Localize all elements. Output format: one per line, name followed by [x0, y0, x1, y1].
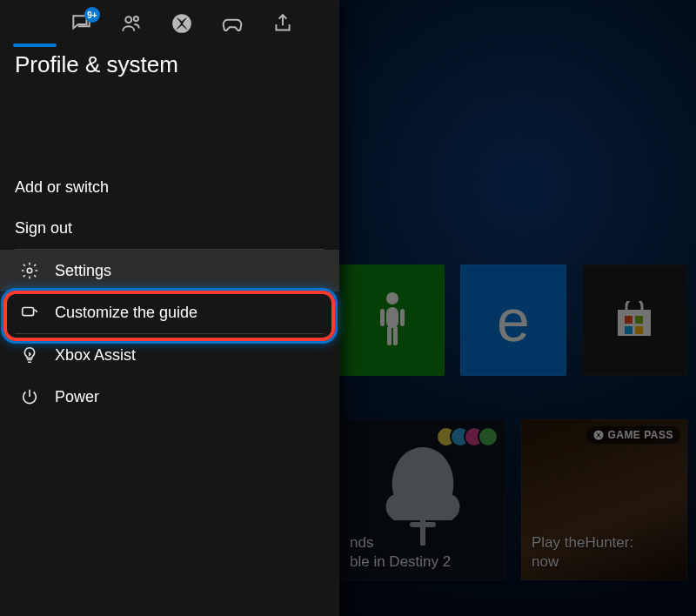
share-icon: [271, 12, 294, 35]
chat-notif-badge: 9+: [84, 7, 100, 23]
people-tab[interactable]: [119, 11, 144, 36]
guide-tabs: 9+: [0, 0, 339, 44]
menu-power[interactable]: Power: [0, 376, 339, 418]
xbox-tab[interactable]: [170, 11, 194, 36]
customize-icon: [20, 303, 39, 322]
svg-point-12: [134, 17, 138, 21]
tab-active-indicator: [13, 44, 57, 47]
people-icon: [120, 12, 143, 35]
chat-tab[interactable]: 9+: [69, 11, 93, 36]
menu-add-or-switch[interactable]: Add or switch: [0, 167, 339, 208]
menu-power-label: Power: [55, 388, 99, 406]
xbox-icon: [171, 12, 193, 35]
svg-rect-15: [23, 308, 34, 316]
menu-settings-label: Settings: [55, 262, 111, 280]
menu-add-or-switch-label: Add or switch: [15, 178, 109, 197]
power-icon: [20, 387, 39, 406]
menu-sign-out[interactable]: Sign out: [0, 208, 339, 249]
lightbulb-icon: [20, 345, 39, 365]
menu-settings[interactable]: Settings: [0, 250, 339, 291]
menu-xbox-assist-label: Xbox Assist: [55, 346, 136, 365]
svg-point-11: [125, 17, 131, 23]
gear-icon: [20, 261, 39, 280]
menu-sign-out-label: Sign out: [15, 219, 72, 238]
page-title: Profile & system: [0, 44, 339, 78]
games-tab[interactable]: [220, 11, 244, 36]
guide-menu: Add or switch Sign out Settings: [0, 78, 339, 418]
svg-point-14: [27, 268, 32, 273]
menu-customize-guide-label: Customize the guide: [55, 304, 197, 322]
gamepad-icon: [221, 12, 244, 35]
menu-customize-guide[interactable]: Customize the guide: [0, 291, 339, 333]
menu-xbox-assist[interactable]: Xbox Assist: [0, 334, 339, 376]
share-tab[interactable]: [271, 11, 295, 36]
guide-panel: 9+: [0, 0, 339, 616]
